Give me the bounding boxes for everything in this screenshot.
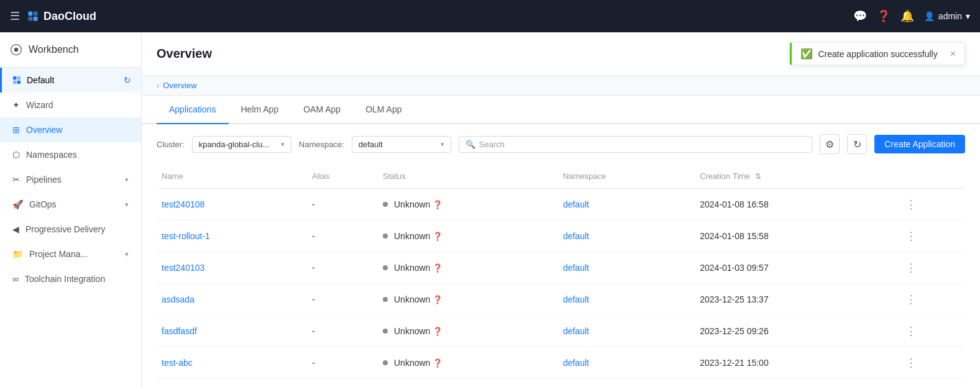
status-help-icon[interactable]: ❓ — [433, 358, 442, 368]
create-application-button[interactable]: Create Application — [874, 135, 965, 153]
cell-namespace: default — [558, 221, 695, 252]
search-box[interactable]: 🔍 Search — [459, 136, 813, 153]
table-header: Name Alias Status Namespace Creation Tim… — [157, 164, 965, 189]
cell-status: Unknown ❓ — [378, 284, 558, 316]
user-menu[interactable]: 👤 admin ▾ — [924, 11, 970, 21]
app-name-link[interactable]: test240108 — [162, 199, 204, 209]
table-row: test240108 - Unknown ❓ default 2024-01-0… — [157, 189, 965, 221]
user-chevron-icon: ▾ — [966, 11, 970, 21]
wizard-icon: ✦ — [12, 100, 20, 110]
top-navigation: ☰ DaoCloud 💬 ❓ 🔔 👤 admin ▾ — [0, 0, 980, 32]
toast-close-button[interactable]: × — [950, 48, 956, 60]
col-alias: Alias — [307, 164, 378, 189]
namespace-link[interactable]: default — [563, 199, 589, 209]
cell-creation-time: 2023-12-25 13:37 — [695, 284, 897, 316]
gitops-icon: 🚀 — [12, 199, 23, 209]
cell-actions: ⋮ — [898, 221, 965, 252]
app-name-link[interactable]: fasdfasdf — [162, 326, 197, 336]
sidebar-item-namespaces[interactable]: ⬡ Namespaces — [0, 142, 141, 167]
table-row: asdsada - Unknown ❓ default 2023-12-25 1… — [157, 284, 965, 316]
app-name-link[interactable]: test-rollout-1 — [162, 231, 210, 241]
cell-actions: ⋮ — [898, 189, 965, 221]
row-more-button[interactable]: ⋮ — [903, 293, 919, 306]
app-name-link[interactable]: asdsada — [162, 294, 195, 304]
app-name-link[interactable]: test240103 — [162, 263, 204, 273]
namespace-link[interactable]: default — [563, 294, 589, 304]
refresh-icon: ↻ — [853, 139, 861, 150]
status-help-icon[interactable]: ❓ — [433, 263, 442, 273]
svg-rect-6 — [13, 76, 16, 80]
row-more-button[interactable]: ⋮ — [903, 230, 919, 242]
cell-alias: - — [307, 284, 378, 316]
namespace-select[interactable]: default ▾ — [352, 136, 451, 153]
notification-icon[interactable]: 🔔 — [900, 9, 914, 23]
cell-name: test240103 — [157, 252, 307, 284]
gitops-chevron-icon: ▾ — [125, 201, 129, 209]
sidebar: Workbench Default ↻ ✦ Wizard ⊞ Overview — [0, 32, 142, 387]
namespace-link[interactable]: default — [563, 358, 589, 368]
refresh-button[interactable]: ↻ — [847, 134, 867, 154]
status-help-icon[interactable]: ❓ — [433, 327, 442, 336]
cell-status: Unknown ❓ — [378, 316, 558, 347]
sidebar-default-item[interactable]: Default ↻ — [0, 68, 141, 93]
tab-helm-app[interactable]: Helm App — [229, 96, 291, 124]
logo-icon — [27, 11, 39, 22]
chat-icon[interactable]: 💬 — [853, 9, 867, 23]
sidebar-item-pipelines[interactable]: ✂ Pipelines ▾ — [0, 167, 141, 192]
sort-icon[interactable]: ⇅ — [755, 172, 761, 181]
cluster-label: Cluster: — [157, 140, 185, 149]
cell-actions: ⋮ — [898, 316, 965, 347]
status-help-icon[interactable]: ❓ — [433, 232, 442, 241]
sidebar-item-label: Pipelines — [26, 175, 62, 184]
sidebar-item-overview[interactable]: ⊞ Overview — [0, 117, 141, 142]
status-dot-icon — [383, 329, 388, 334]
cluster-chevron-icon: ▾ — [281, 140, 285, 148]
tab-oam-app[interactable]: OAM App — [291, 96, 353, 124]
cell-name: fasdfasdf — [157, 316, 307, 347]
row-more-button[interactable]: ⋮ — [903, 357, 919, 369]
hamburger-menu[interactable]: ☰ — [10, 9, 20, 23]
namespace-select-value: default — [359, 140, 383, 149]
cell-alias: - — [307, 252, 378, 284]
workbench-label: Workbench — [29, 44, 79, 55]
status-text: Unknown — [394, 294, 430, 304]
breadcrumb-item[interactable]: Overview — [163, 81, 196, 90]
namespace-link[interactable]: default — [563, 231, 589, 241]
cell-name: asdsada — [157, 284, 307, 316]
cluster-select[interactable]: kpanda-global-clu... ▾ — [192, 136, 291, 153]
row-more-button[interactable]: ⋮ — [903, 262, 919, 274]
svg-rect-3 — [34, 17, 38, 21]
sidebar-item-label: Namespaces — [26, 150, 77, 160]
sidebar-item-wizard[interactable]: ✦ Wizard — [0, 93, 141, 117]
help-icon[interactable]: ❓ — [877, 9, 891, 23]
row-more-button[interactable]: ⋮ — [903, 198, 919, 211]
cell-namespace: default — [558, 316, 695, 347]
sidebar-item-label: GitOps — [29, 199, 57, 209]
status-dot-icon — [383, 202, 388, 207]
cell-namespace: default — [558, 347, 695, 379]
status-help-icon[interactable]: ❓ — [433, 295, 442, 304]
user-label: admin — [938, 11, 962, 21]
overview-header: Overview ✅ Create application successful… — [142, 32, 980, 76]
namespace-link[interactable]: default — [563, 326, 589, 336]
cell-actions: ⋮ — [898, 252, 965, 284]
sidebar-item-progressive-delivery[interactable]: ◀ Progressive Delivery — [0, 217, 141, 242]
sidebar-item-toolchain[interactable]: ∞ Toolchain Integration — [0, 266, 141, 291]
settings-button[interactable]: ⚙ — [820, 134, 840, 154]
tab-bar: Applications Helm App OAM App OLM App — [142, 96, 980, 124]
svg-rect-1 — [34, 12, 38, 16]
row-more-button[interactable]: ⋮ — [903, 325, 919, 337]
project-icon: 📁 — [12, 249, 23, 259]
sidebar-item-project-management[interactable]: 📁 Project Mana... ▾ — [0, 242, 141, 266]
toast-success-icon: ✅ — [800, 48, 813, 60]
status-help-icon[interactable]: ❓ — [433, 200, 442, 209]
refresh-icon[interactable]: ↻ — [124, 75, 131, 85]
tab-olm-app[interactable]: OLM App — [353, 96, 414, 124]
cell-creation-time: 2024-01-08 16:58 — [695, 189, 897, 221]
pipelines-icon: ✂ — [12, 175, 20, 184]
sidebar-item-gitops[interactable]: 🚀 GitOps ▾ — [0, 192, 141, 217]
app-name-link[interactable]: test-abc — [162, 358, 193, 368]
cell-status: Unknown ❓ — [378, 189, 558, 221]
namespace-link[interactable]: default — [563, 263, 589, 273]
tab-applications[interactable]: Applications — [157, 96, 229, 124]
